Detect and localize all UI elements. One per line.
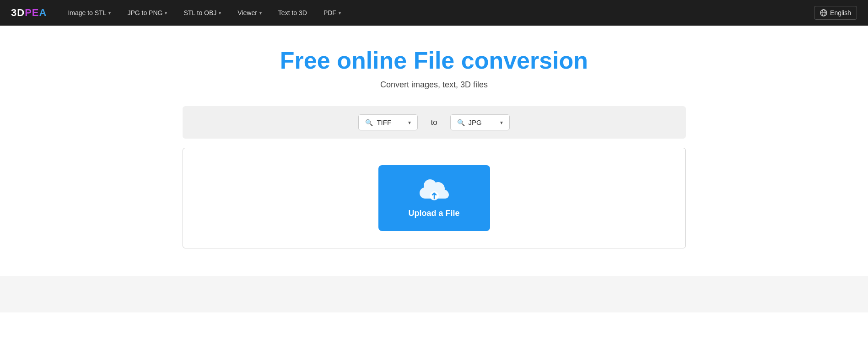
chevron-down-icon: ▾	[408, 119, 411, 126]
upload-button-label: Upload a File	[408, 209, 459, 218]
nav-item-stl-to-obj[interactable]: STL to OBJ ▾	[177, 5, 227, 20]
to-label: to	[431, 118, 437, 127]
chevron-down-icon: ▾	[500, 119, 503, 126]
nav-item-image-to-stl[interactable]: Image to STL ▾	[61, 5, 117, 20]
chevron-down-icon: ▾	[108, 11, 111, 16]
globe-icon	[820, 9, 827, 16]
main-content: Free online File conversion Convert imag…	[0, 26, 868, 276]
search-icon: 🔍	[457, 119, 465, 126]
nav-label-jpg-to-png: JPG to PNG	[127, 9, 162, 16]
converter-row: 🔍 TIFF ▾ to 🔍 JPG ▾	[183, 106, 686, 139]
nav-label-pdf: PDF	[323, 9, 336, 16]
logo-pea: PE	[25, 7, 39, 19]
nav-item-viewer[interactable]: Viewer ▾	[231, 5, 268, 20]
logo[interactable]: 3D PE A	[11, 7, 47, 19]
cloud-upload-icon	[419, 178, 450, 203]
logo-3d: 3D	[11, 7, 25, 19]
navbar: 3D PE A Image to STL ▾ JPG to PNG ▾ STL …	[0, 0, 868, 26]
from-format-text: TIFF	[377, 118, 404, 126]
upload-area: Upload a File	[183, 148, 686, 248]
page-subtitle: Convert images, text, 3D files	[380, 80, 488, 90]
to-format-select[interactable]: 🔍 JPG ▾	[450, 114, 510, 130]
from-format-select[interactable]: 🔍 TIFF ▾	[358, 114, 418, 130]
page-title: Free online File conversion	[280, 48, 588, 74]
nav-item-pdf[interactable]: PDF ▾	[317, 5, 347, 20]
nav-label-viewer: Viewer	[237, 9, 257, 16]
nav-label-text-to-3d: Text to 3D	[278, 9, 307, 16]
nav-item-jpg-to-png[interactable]: JPG to PNG ▾	[121, 5, 173, 20]
chevron-down-icon: ▾	[219, 11, 221, 16]
nav-label-stl-to-obj: STL to OBJ	[183, 9, 216, 16]
footer-band	[0, 276, 868, 312]
chevron-down-icon: ▾	[339, 11, 341, 16]
search-icon: 🔍	[365, 119, 373, 126]
upload-button[interactable]: Upload a File	[378, 165, 490, 231]
nav-label-image-to-stl: Image to STL	[68, 9, 106, 16]
nav-item-text-to-3d[interactable]: Text to 3D	[272, 5, 313, 20]
chevron-down-icon: ▾	[165, 11, 167, 16]
chevron-down-icon: ▾	[259, 11, 262, 16]
logo-a: A	[39, 7, 47, 19]
language-button[interactable]: English	[814, 6, 857, 20]
language-label: English	[830, 9, 851, 16]
to-format-text: JPG	[469, 118, 496, 126]
